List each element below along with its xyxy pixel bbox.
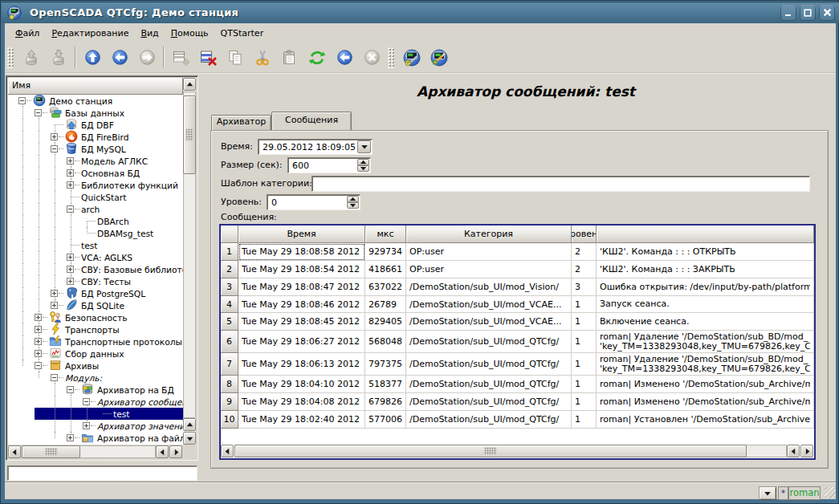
tree-horizontal-scrollbar[interactable]: [8, 445, 183, 459]
column-header-message[interactable]: [597, 226, 814, 243]
tree-item-dbarch[interactable]: DBArch: [8, 215, 183, 227]
category-template-input[interactable]: [312, 176, 810, 192]
cell-mcs[interactable]: 829405: [365, 313, 406, 331]
toolbar-handle[interactable]: [388, 47, 394, 68]
tree-vscroll-up-button[interactable]: [183, 78, 196, 91]
cell-lev[interactable]: 3: [572, 278, 597, 296]
cell-mcs[interactable]: 518377: [365, 376, 406, 393]
tree-vertical-scrollbar[interactable]: [183, 78, 196, 445]
tree-expand-button[interactable]: [51, 302, 58, 309]
tree-expand-button[interactable]: [67, 266, 74, 273]
cell-time[interactable]: Tue May 29 18:08:45 2012: [238, 313, 365, 331]
cell-msg[interactable]: roman| Удаление '/DemoStation/sub_BD/mod…: [597, 331, 814, 353]
tree-item-бд-postgresql[interactable]: БД PostgreSQL: [8, 287, 183, 299]
tree-item-модуль-[interactable]: Модуль:: [8, 372, 183, 384]
tree-vscroll-up2-button[interactable]: [183, 418, 196, 431]
table-hscroll-left2-button[interactable]: [787, 445, 800, 457]
level-spinbox[interactable]: 0: [267, 194, 360, 210]
cell-cat[interactable]: /DemoStation/sub_UI/mod_QTCfg/: [406, 331, 572, 353]
row-header[interactable]: 10: [221, 411, 238, 429]
tree-collapse-button[interactable]: [35, 109, 42, 116]
level-spin-up-button[interactable]: [347, 196, 359, 202]
tree-item-базы-данных[interactable]: Базы данных: [8, 107, 183, 119]
tree-item-бд-sqlite[interactable]: БД SQLite: [8, 299, 183, 311]
tree-expand-button[interactable]: [35, 326, 42, 333]
cell-mcs[interactable]: 418661: [365, 261, 406, 278]
cell-msg[interactable]: Ошибка открытия: /dev/input/by-path/plat…: [597, 278, 814, 296]
cell-mcs[interactable]: 679826: [365, 393, 406, 411]
cell-msg[interactable]: Включение сеанса.: [597, 313, 814, 331]
tree-item-test[interactable]: test: [8, 239, 183, 251]
level-spin-down-button[interactable]: [347, 202, 359, 209]
tree-expand-button[interactable]: [35, 338, 42, 345]
menu-помощь[interactable]: Помощь: [165, 25, 214, 41]
cell-msg[interactable]: 'КШ2'. Команда : : : ЗАКРЫТЬ: [597, 261, 814, 278]
cell-msg[interactable]: roman| Установлен '/DemoStation/sub_Arch…: [597, 411, 814, 429]
cell-cat[interactable]: /DemoStation/sub_UI/mod_QTCfg/: [406, 376, 572, 393]
table-hscroll-right-button[interactable]: [800, 445, 813, 457]
refresh-button[interactable]: [303, 44, 331, 71]
time-datetime-field[interactable]: 29.05.2012 18:09:05: [258, 139, 373, 155]
size-spinbox[interactable]: 600: [287, 157, 371, 173]
cell-mcs[interactable]: 577006: [365, 411, 406, 429]
tree-item-основная-бд[interactable]: Основная БД: [8, 167, 183, 179]
qtstarter-button[interactable]: [426, 44, 453, 71]
cell-lev[interactable]: 1: [572, 353, 597, 376]
cell-cat[interactable]: OP:user: [406, 261, 572, 278]
row-header[interactable]: 1: [221, 243, 238, 261]
tree-collapse-button[interactable]: [67, 386, 74, 393]
tree-item-архиватор-значений[interactable]: Архиватор значений: [8, 420, 183, 432]
column-header-Время[interactable]: Время: [238, 226, 365, 243]
table-hscroll-thumb[interactable]: [234, 445, 747, 457]
cell-msg[interactable]: 'КШ2'. Команда : : : ОТКРЫТЬ: [597, 243, 814, 261]
tree-expand-button[interactable]: [51, 133, 58, 140]
tree-collapse-button[interactable]: [51, 374, 58, 381]
tree-item-arch[interactable]: arch: [8, 203, 183, 215]
tree-vscroll-down-button[interactable]: [183, 432, 196, 445]
menu-вид[interactable]: Вид: [135, 25, 164, 41]
cell-mcs[interactable]: 637022: [365, 278, 406, 296]
cell-mcs[interactable]: 568048: [365, 331, 406, 353]
row-header[interactable]: 2: [221, 261, 238, 278]
row-header[interactable]: 3: [221, 278, 238, 296]
tree-item-модель-аглкс[interactable]: Модель АГЛКС: [8, 155, 183, 167]
cell-time[interactable]: Tue May 29 18:04:08 2012: [238, 393, 365, 411]
tree-expand-button[interactable]: [67, 169, 74, 177]
cell-cat[interactable]: /DemoStation/sub_UI/mod_VCAE...: [406, 296, 572, 313]
tree-item-библиотеки-функций[interactable]: Библиотеки функций: [8, 179, 183, 191]
tree-collapse-button[interactable]: [35, 362, 42, 369]
cell-cat[interactable]: /DemoStation/sub_UI/mod_Vision/: [406, 278, 572, 296]
cell-time[interactable]: Tue May 29 18:08:46 2012: [238, 296, 365, 313]
resize-grip[interactable]: [825, 487, 836, 498]
tree-item-сву-тесты[interactable]: СВУ: Тесты: [8, 275, 183, 287]
maximize-button[interactable]: [800, 5, 816, 21]
cell-mcs[interactable]: 26789: [365, 296, 406, 313]
cell-time[interactable]: Tue May 29 18:08:54 2012: [238, 261, 365, 278]
tree-item-бд-mysql[interactable]: БД MySQL: [8, 143, 183, 155]
column-header-Категория[interactable]: Категория: [406, 226, 572, 243]
tree-hscroll-right-button[interactable]: [169, 445, 182, 458]
toolbar-handle[interactable]: [7, 47, 14, 68]
status-dropdown-button[interactable]: [759, 486, 776, 500]
titlebar[interactable]: OpenSCADA QTCfg: Демо станция: [2, 2, 839, 23]
tree-expand-button[interactable]: [67, 254, 74, 261]
tree-expand-button[interactable]: [51, 290, 58, 297]
tree-item-сбор-данных[interactable]: Сбор данных: [8, 348, 183, 360]
cell-cat[interactable]: /DemoStation/sub_UI/mod_QTCfg/: [406, 393, 572, 411]
menu-qtstarter[interactable]: QTStarter: [215, 25, 270, 41]
tree-hscroll-thumb[interactable]: [22, 445, 80, 458]
tree-expand-button[interactable]: [67, 181, 74, 189]
cell-cat[interactable]: OP:user: [406, 243, 572, 261]
tree-collapse-button[interactable]: [67, 205, 74, 213]
cell-msg[interactable]: roman| Удаление '/DemoStation/sub_BD/mod…: [597, 353, 814, 376]
tree-collapse-button[interactable]: [18, 97, 26, 104]
go-up-button[interactable]: [79, 44, 106, 71]
cell-time[interactable]: Tue May 29 18:08:47 2012: [238, 278, 365, 296]
menu-файл[interactable]: Файл: [10, 25, 45, 41]
tree-hscroll-left-button[interactable]: [8, 445, 21, 458]
row-header[interactable]: 4: [221, 296, 238, 313]
row-header[interactable]: 8: [221, 376, 238, 393]
cell-time[interactable]: Tue May 29 18:08:58 2012: [238, 243, 365, 261]
tree-collapse-button[interactable]: [83, 398, 90, 405]
cell-lev[interactable]: 2: [572, 261, 597, 278]
